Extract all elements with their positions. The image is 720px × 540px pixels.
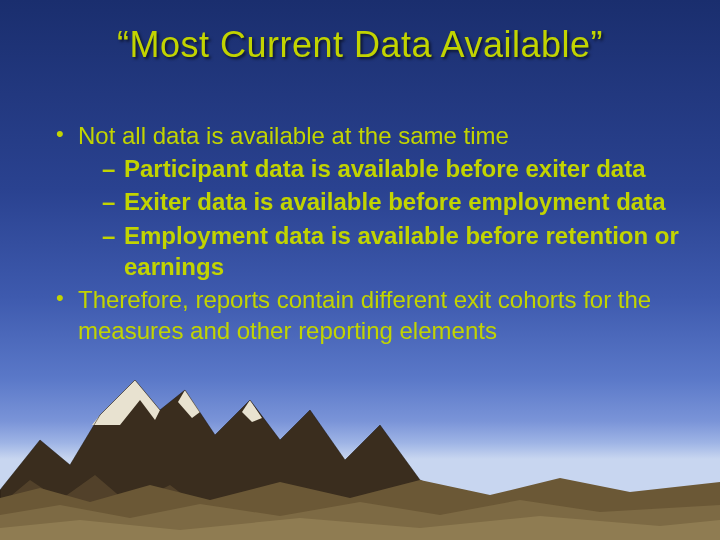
mountain-range-graphic [0, 350, 720, 540]
foothills-graphic [0, 460, 720, 540]
bullet-level2: Employment data is available before rete… [56, 220, 680, 282]
slide-body: Not all data is available at the same ti… [56, 120, 680, 348]
bullet-level1: Therefore, reports contain different exi… [56, 284, 680, 346]
bullet-level1: Not all data is available at the same ti… [56, 120, 680, 151]
slide: “Most Current Data Available” Not all da… [0, 0, 720, 540]
slide-title: “Most Current Data Available” [0, 24, 720, 66]
bullet-level2: Participant data is available before exi… [56, 153, 680, 184]
bullet-level2: Exiter data is available before employme… [56, 186, 680, 217]
